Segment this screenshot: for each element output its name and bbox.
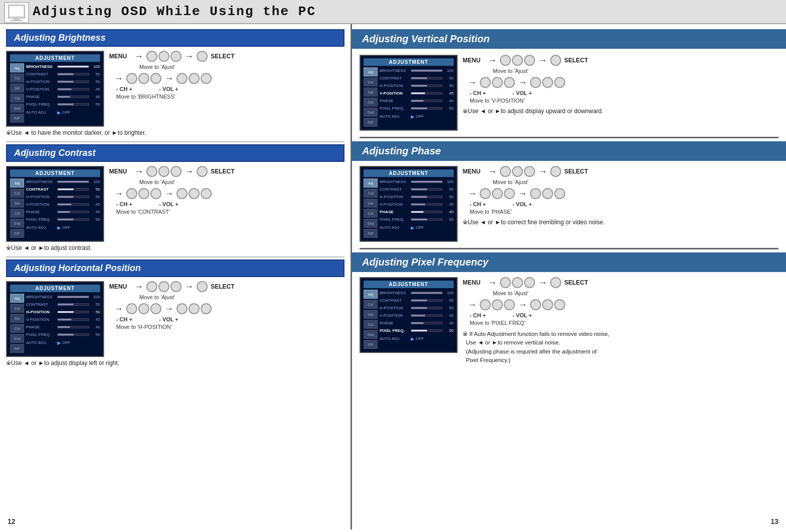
section-brightness: Adjusting Brightness ADJUSTMENT Adj Col …: [6, 29, 344, 136]
page-title: Adjusting OSD While Using the PC: [33, 4, 316, 19]
main-layout: Adjusting Brightness ADJUSTMENT Adj Col …: [0, 24, 786, 529]
controls-phase: MENU → → SELECT Move to 'Ajust' →: [463, 166, 778, 226]
osd-h-position: ADJUSTMENT Adj Col Set Col Snd PIP: [6, 281, 104, 357]
controls-pixel-freq: MENU → → SELECT Move to 'Ajust' →: [463, 277, 778, 365]
left-column: Adjusting Brightness ADJUSTMENT Adj Col …: [0, 24, 352, 529]
controls-v-position: MENU → → SELECT Move to 'Ajust' →: [463, 55, 778, 115]
section-header-contrast: Adjusting Contrast: [6, 144, 344, 162]
section-header-brightness: Adjusting Brightness: [6, 29, 344, 47]
note-brightness: ※Use ◄ to have the monitor darker, or ►t…: [6, 129, 344, 136]
note-pixel-freq: ※ If Auto Adjustment function fails to r…: [463, 330, 778, 365]
osd-v-position: ADJUSTMENT Adj Col Set Col Snd PIP BRIGH…: [360, 55, 458, 131]
page-title-icon: [4, 2, 29, 23]
controls-h-position: MENU → → SELECT Move to 'Ajust' →: [109, 281, 344, 330]
right-column: Adjusting Vertical Position ADJUSTMENT A…: [352, 24, 786, 529]
section-header-phase: Adjusting Phase: [352, 141, 786, 161]
section-pixel-freq: ADJUSTMENT Adj Col Set Col Snd PIP BRIGH…: [360, 277, 778, 365]
right-top-bar: Adjusting Vertical Position: [352, 29, 786, 49]
section-contrast: Adjusting Contrast ADJUSTMENT Adj Col Se…: [6, 144, 344, 251]
controls-brightness: MENU → → SELECT Move to 'Ajust' →: [109, 51, 344, 100]
svg-rect-1: [10, 6, 24, 16]
svg-rect-3: [14, 18, 20, 20]
section-h-position: Adjusting Horizontal Position ADJUSTMENT…: [6, 259, 344, 367]
section-header-pixel-freq: Adjusting Pixel Frequency: [352, 252, 786, 272]
svg-rect-4: [11, 20, 23, 21]
osd-title-brightness: ADJUSTMENT: [10, 54, 100, 62]
page-num-left: 12: [8, 517, 16, 525]
osd-brightness: ADJUSTMENT Adj Col Set Col Snd PIP: [6, 51, 104, 127]
note-v-position: ※Use ◄ or ►to adjust display upward or d…: [463, 108, 778, 115]
osd-phase: ADJUSTMENT Adj Col Set Col Snd PIP BRIGH…: [360, 166, 458, 242]
page-num-right: 13: [770, 517, 778, 525]
page-title-area: Adjusting OSD While Using the PC: [0, 0, 786, 24]
section-v-position: ADJUSTMENT Adj Col Set Col Snd PIP BRIGH…: [360, 55, 778, 131]
note-h-position: ※Use ◄ or ►to adjust display left or rig…: [6, 360, 344, 367]
controls-contrast: MENU → → SELECT Move to 'Ajust' →: [109, 166, 344, 215]
section-phase: ADJUSTMENT Adj Col Set Col Snd PIP BRIGH…: [360, 166, 778, 242]
osd-pixel-freq: ADJUSTMENT Adj Col Set Col Snd PIP BRIGH…: [360, 277, 458, 353]
osd-sidebar-brightness: Adj Col Set Col Snd PIP: [10, 63, 24, 123]
note-contrast: ※Use ◄ or ►to adjust contrast.: [6, 244, 344, 251]
section-header-h-position: Adjusting Horizontal Position: [6, 259, 344, 277]
note-phase: ※Use ◄ or ►to correct fine trembling or …: [463, 219, 778, 226]
osd-contrast: ADJUSTMENT Adj Col Set Col Snd PIP: [6, 166, 104, 242]
